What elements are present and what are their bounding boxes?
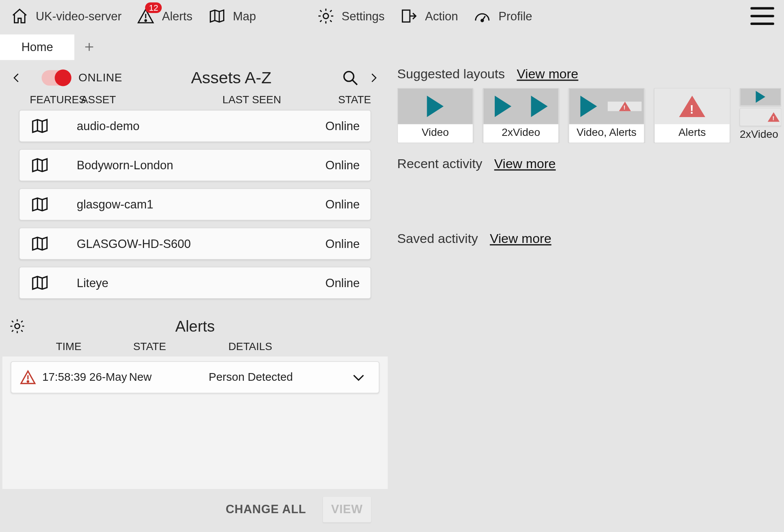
col-asset: ASSET (81, 94, 222, 107)
svg-point-7 (481, 20, 484, 22)
layout-video[interactable]: Video (397, 88, 473, 143)
nav-map[interactable]: Map (207, 6, 256, 26)
saved-view-more[interactable]: View more (490, 231, 551, 246)
saved-activity-title: Saved activity (397, 231, 478, 246)
home-icon (10, 6, 30, 26)
nav-settings-label: Settings (341, 9, 385, 23)
assets-panel: ONLINE Assets A-Z FEATURES ASSET LAST SE… (2, 62, 388, 307)
asset-row[interactable]: audio-demoOnline (19, 110, 371, 142)
col-state: STATE (330, 94, 371, 107)
play-icon (531, 96, 547, 117)
assets-title: Assets A-Z (123, 68, 340, 88)
asset-state: Online (325, 276, 360, 290)
map-icon (207, 6, 227, 26)
acol-state: STATE (133, 340, 211, 353)
top-navbar: UK-video-server 12 Alerts Map (0, 0, 784, 32)
view-button[interactable]: VIEW (323, 496, 371, 522)
layout-label: Video (398, 124, 473, 143)
asset-name: GLASGOW-HD-S600 (54, 237, 325, 251)
map-icon (30, 156, 54, 175)
recent-activity-title: Recent activity (397, 156, 482, 172)
right-column: Suggested layouts View more Video 2xVide… (394, 62, 781, 529)
tab-add[interactable] (75, 32, 104, 62)
asset-row[interactable]: glasgow-cam1Online (19, 188, 371, 221)
nav-map-label: Map (233, 9, 256, 23)
online-label: ONLINE (78, 71, 122, 84)
gauge-icon (472, 6, 493, 26)
suggested-layouts-title: Suggested layouts (397, 66, 505, 82)
layout-label: 2xVideo (740, 128, 781, 141)
asset-row[interactable]: GLASGOW-HD-S600Online (19, 228, 371, 260)
layout-2xvideo[interactable]: 2xVideo (483, 88, 559, 143)
acol-time: TIME (56, 340, 133, 353)
assets-next[interactable] (364, 66, 383, 90)
asset-state: Online (325, 198, 360, 211)
warning-icon: ! (679, 96, 705, 117)
layouts-row: Video 2xVideo ! Video, Alerts ! Alerts (397, 88, 781, 143)
alerts-title: Alerts (27, 317, 363, 335)
asset-row[interactable]: LiteyeOnline (19, 267, 371, 299)
col-lastseen: LAST SEEN (222, 94, 330, 107)
svg-point-24 (27, 381, 29, 382)
nav-action-label: Action (425, 9, 458, 23)
menu-button[interactable] (751, 7, 774, 25)
nav-profile-label: Profile (499, 9, 532, 23)
svg-point-22 (15, 324, 20, 329)
alerts-panel: Alerts TIME STATE DETAILS 17:58:39 26-Ma… (2, 312, 388, 530)
nav-action[interactable]: Action (399, 6, 458, 26)
layout-small-video[interactable] (740, 88, 781, 106)
asset-state: Online (325, 237, 360, 251)
nav-settings[interactable]: Settings (315, 6, 385, 26)
alert-row[interactable]: 17:58:39 26-MayNewPerson Detected (11, 361, 380, 393)
asset-state: Online (325, 159, 360, 172)
search-icon[interactable] (340, 68, 360, 88)
warning-icon: ! (619, 102, 631, 111)
tab-home[interactable]: Home (0, 34, 75, 60)
layout-label: Alerts (655, 124, 729, 143)
alerts-settings-icon[interactable] (7, 316, 28, 337)
alert-time: 17:58:39 26-May (42, 371, 129, 384)
warning-icon: ! (767, 112, 779, 122)
play-icon (494, 96, 511, 117)
asset-state: Online (325, 119, 360, 133)
asset-name: Liteye (54, 276, 325, 290)
map-icon (30, 234, 54, 253)
suggested-view-more[interactable]: View more (517, 66, 578, 82)
layout-label: Video, Alerts (569, 124, 644, 143)
layout-small-alert[interactable]: ! (740, 108, 781, 126)
nav-profile[interactable]: Profile (472, 6, 532, 26)
map-icon (30, 195, 54, 214)
gear-icon (315, 6, 336, 26)
nav-home[interactable]: UK-video-server (10, 6, 122, 26)
play-icon (580, 96, 597, 117)
nav-alerts-label: Alerts (162, 9, 192, 23)
col-features: FEATURES (30, 94, 81, 107)
asset-name: glasgow-cam1 (54, 198, 325, 211)
alerts-columns: TIME STATE DETAILS (2, 340, 388, 357)
recent-view-more[interactable]: View more (494, 156, 555, 172)
asset-row[interactable]: Bodyworn-LondonOnline (19, 149, 371, 182)
alert-details: Person Detected (201, 371, 350, 384)
asset-name: Bodyworn-London (54, 159, 325, 172)
chevron-down-icon[interactable] (350, 369, 371, 385)
assets-columns: FEATURES ASSET LAST SEEN STATE (2, 94, 388, 110)
action-icon (399, 6, 419, 26)
nav-alerts[interactable]: 12 Alerts (136, 6, 192, 26)
layout-label: 2xVideo (484, 124, 559, 143)
layout-alerts[interactable]: ! Alerts (654, 88, 730, 143)
online-toggle[interactable] (41, 70, 71, 86)
map-icon (30, 273, 54, 292)
play-icon (427, 96, 443, 117)
asset-name: audio-demo (54, 119, 325, 133)
svg-rect-5 (402, 10, 409, 22)
acol-details: DETAILS (211, 340, 371, 353)
layout-video-alerts[interactable]: ! Video, Alerts (569, 88, 645, 143)
tabs-row: Home (0, 32, 784, 62)
alert-state: New (129, 371, 201, 384)
warning-icon (20, 369, 40, 385)
change-all-button[interactable]: CHANGE ALL (225, 502, 306, 516)
map-icon (30, 116, 54, 135)
assets-prev[interactable] (7, 66, 27, 90)
svg-point-1 (145, 20, 147, 21)
svg-line-11 (352, 80, 357, 85)
